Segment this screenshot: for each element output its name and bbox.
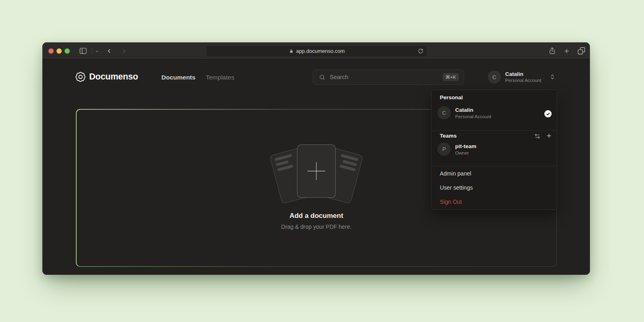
new-tab-icon[interactable]: [563, 48, 570, 54]
toolbar-divider: [92, 48, 92, 54]
menu-item-admin-panel[interactable]: Admin panel: [440, 170, 471, 177]
document-card-center: [297, 144, 336, 198]
dropzone-subtitle: Drag & drop your PDF here.: [77, 224, 556, 230]
document-stack-icon: [268, 144, 365, 204]
account-subtitle: Personal Account: [505, 78, 542, 83]
search-icon: [319, 74, 326, 81]
dropzone-title: Add a document: [77, 212, 556, 220]
tab-overview-icon[interactable]: [577, 47, 585, 55]
window-zoom-button[interactable]: [65, 48, 70, 54]
window-minimize-button[interactable]: [56, 48, 62, 54]
personal-account-subtitle: Personal Account: [455, 114, 491, 119]
selected-check-icon: [544, 110, 552, 117]
section-label-teams: Teams: [440, 133, 457, 139]
app-content: Documenso Documents Templates ⌘+K C Cata…: [42, 60, 590, 275]
nav-tab-documents[interactable]: Documents: [161, 74, 195, 81]
nav-tab-templates[interactable]: Templates: [206, 74, 234, 81]
team-item[interactable]: pit-team: [455, 143, 477, 149]
avatar: C: [437, 106, 451, 119]
share-icon[interactable]: [548, 46, 556, 55]
brand-name: Documenso: [89, 72, 138, 82]
back-button-icon[interactable]: [106, 48, 113, 54]
account-menu-trigger[interactable]: C: [488, 71, 501, 84]
menu-divider: [431, 130, 557, 131]
add-team-icon[interactable]: [546, 132, 552, 139]
documenso-badge-icon: [75, 71, 86, 82]
personal-account-item[interactable]: Catalin: [455, 107, 473, 113]
text-line: [276, 160, 289, 166]
search-shortcut-badge: ⌘+K: [443, 73, 459, 81]
plus-icon: [307, 161, 326, 181]
forward-button-icon[interactable]: [121, 48, 128, 54]
sidebar-toggle-icon[interactable]: [79, 47, 88, 55]
text-line: [274, 154, 292, 161]
address-bar[interactable]: app.documenso.com: [206, 45, 428, 57]
brand-logo[interactable]: Documenso: [75, 71, 138, 82]
avatar: P: [437, 142, 451, 156]
avatar: C: [488, 71, 501, 84]
manage-teams-icon[interactable]: [534, 133, 540, 139]
menu-item-user-settings[interactable]: User settings: [440, 184, 473, 191]
account-name: Catalin: [505, 71, 523, 77]
team-role: Owner: [455, 151, 469, 155]
chevrons-up-down-icon[interactable]: [549, 73, 556, 82]
chevron-down-icon[interactable]: [95, 49, 99, 54]
search-bar[interactable]: ⌘+K: [313, 69, 464, 85]
menu-item-sign-out[interactable]: Sign Out: [440, 199, 462, 205]
url-text: app.documenso.com: [296, 48, 345, 54]
search-input[interactable]: [330, 74, 439, 80]
account-dropdown-menu: Personal C Catalin Personal Account Team…: [431, 90, 557, 210]
section-label-personal: Personal: [440, 94, 463, 100]
window-close-button[interactable]: [48, 48, 54, 54]
browser-toolbar: app.documenso.com: [42, 42, 590, 60]
lock-icon: [289, 48, 294, 54]
browser-window: app.documenso.com: [42, 42, 590, 275]
menu-divider: [431, 166, 557, 166]
reload-icon[interactable]: [418, 48, 424, 55]
